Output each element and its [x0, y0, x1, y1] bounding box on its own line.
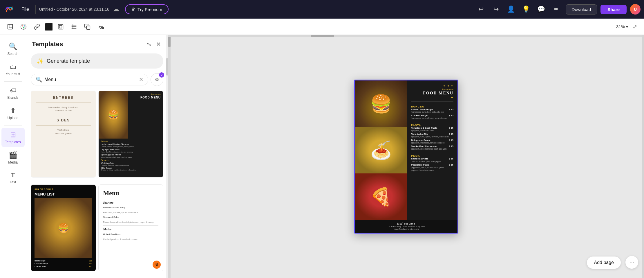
template-card-beige[interactable]: ENTREES Mozzarella, cherry tomatoes,bals… — [31, 91, 96, 177]
canvas-area: ✦ ✦ ✦ Restaurant FOOD MENU ✦ BURGER Clas… — [168, 35, 644, 278]
add-page-button[interactable]: Add page — [587, 257, 621, 269]
svg-text:A文: A文 — [101, 26, 104, 29]
canvas-document: ✦ ✦ ✦ Restaurant FOOD MENU ✦ BURGER Clas… — [354, 80, 458, 234]
resize-button[interactable]: ⤢ — [630, 22, 639, 32]
your-stuff-icon: 🗂 — [10, 63, 17, 71]
fmc-menu-title: FOOD MENU — [411, 91, 453, 96]
panel-scrollbar[interactable] — [166, 35, 168, 278]
generate-template-label: Generate template — [47, 58, 90, 64]
sidebar-upload-label: Upload — [7, 116, 18, 120]
canvas-left-scrollbar[interactable] — [168, 35, 171, 278]
tpl3-title: MENU LIST — [35, 192, 92, 197]
canvas-left-thumb — [168, 35, 171, 47]
sidebar-item-text[interactable]: T Text — [1, 168, 25, 187]
fmc-footer: (311) 555-2368 1556 Buckley Lane Kansas … — [355, 220, 457, 233]
download-button[interactable]: Download — [566, 4, 597, 15]
link-tool-button[interactable] — [31, 22, 42, 32]
sidebar-media-label: Media — [8, 160, 18, 164]
sidebar-item-search[interactable]: 🔍 Search — [1, 40, 25, 59]
fmc-pasta-section: PASTA Tomatoes & Basil Pasta spaghetti, … — [411, 123, 453, 151]
fmc-layout: ✦ ✦ ✦ Restaurant FOOD MENU ✦ BURGER Clas… — [355, 80, 457, 220]
right-resize-handle[interactable] — [642, 35, 644, 278]
search-input[interactable] — [44, 77, 137, 82]
frame-tool-button[interactable] — [55, 22, 66, 32]
fmc-website: www.foodmenu.site.com — [359, 228, 453, 230]
fmc-ornament-bottom: ✦ — [411, 96, 453, 100]
upload-icon: ⬆ — [10, 107, 16, 115]
svg-rect-1 — [8, 24, 13, 29]
zoom-control[interactable]: 31% ▾ — [616, 24, 628, 29]
top-navbar: File Untitled - October 20, 2024 at 23.1… — [0, 0, 644, 19]
fill-color-swatch[interactable] — [45, 23, 53, 31]
sidebar-templates-label: Templates — [5, 140, 21, 144]
brands-icon: 🏷 — [10, 87, 16, 94]
svg-point-3 — [22, 25, 23, 26]
sidebar-item-templates[interactable]: ⊞ Templates — [1, 128, 25, 147]
media-icon: 🎬 — [9, 151, 17, 159]
zoom-level-label: 31% — [616, 24, 625, 29]
premium-badge: ♛ — [153, 261, 161, 269]
search-bar: 🔍 ✕ — [31, 74, 148, 85]
fmc-item-classic-burger: Classic Beef Burger homemade buns, beef … — [411, 108, 453, 113]
svg-rect-6 — [58, 24, 63, 29]
file-menu-button[interactable]: File — [19, 5, 32, 14]
sidebar-text-label: Text — [10, 180, 16, 184]
translate-button[interactable]: A文 — [95, 22, 106, 32]
share-button[interactable]: Share — [600, 5, 627, 14]
redo-button[interactable]: ↪ — [490, 3, 502, 15]
burger-photo — [355, 80, 407, 127]
sidebar-item-media[interactable]: 🎬 Media — [1, 148, 25, 167]
crown-icon: ♛ — [131, 7, 135, 12]
panel-scrollbar-thumb — [166, 58, 168, 76]
brand-kit-button[interactable]: ✒ — [551, 3, 562, 15]
sidebar-item-brands[interactable]: 🏷 Brands — [1, 84, 25, 103]
crop-tool-button[interactable] — [5, 22, 16, 32]
panel-title: Templates — [32, 40, 143, 48]
lightbulb-button[interactable]: 💡 — [520, 3, 532, 15]
canvas-top-thumb — [311, 35, 334, 37]
add-user-button[interactable]: 👤 — [505, 3, 517, 15]
canvas-toolbar: A文 31% ▾ ⤢ — [0, 19, 644, 35]
search-icon: 🔍 — [36, 76, 42, 83]
sidebar-search-label: Search — [7, 52, 18, 56]
app-logo[interactable] — [3, 3, 15, 15]
templates-panel: Templates ⤡ ✕ ✨ Generate template 🔍 ✕ ⚙ … — [26, 35, 168, 278]
fmc-burger-title: BURGER — [411, 104, 453, 108]
document-title: Untitled - October 20, 2024 at 23.11.16 — [39, 7, 109, 12]
undo-button[interactable]: ↩ — [475, 3, 487, 15]
text-icon: T — [11, 171, 15, 179]
generate-template-button[interactable]: ✨ Generate template — [31, 53, 163, 69]
more-icon: ··· — [629, 259, 634, 266]
canvas-top-scrollbar[interactable] — [168, 35, 644, 37]
filter-button[interactable]: ⚙ 2 — [151, 73, 163, 86]
copy-style-button[interactable] — [82, 22, 93, 32]
food-menu-design[interactable]: ✦ ✦ ✦ Restaurant FOOD MENU ✦ BURGER Clas… — [354, 80, 458, 234]
fmc-item-tuna-aglio: Tuna Aglio Olio spaghetti, tuna, garlic,… — [411, 133, 453, 138]
fmc-address: 1556 Buckley Lane Kansas City, MO — [359, 225, 453, 228]
fmc-pizza-section: PIZZA California Pizza crushed, ricotta,… — [411, 153, 453, 172]
more-options-button[interactable]: ··· — [625, 256, 638, 269]
search-clear-button[interactable]: ✕ — [139, 76, 143, 83]
comments-button[interactable]: 💬 — [536, 3, 547, 15]
sidebar-item-your-stuff[interactable]: 🗂 Your stuff — [1, 60, 25, 79]
template-card-white-script[interactable]: Menu Starters Wild Mushroom Soup Portobe… — [98, 184, 164, 271]
sidebar-item-upload[interactable]: ⬆ Upload — [1, 104, 25, 123]
generate-icon: ✨ — [37, 58, 44, 64]
sidebar-your-stuff-label: Your stuff — [6, 72, 20, 76]
align-tool-button[interactable] — [68, 22, 79, 32]
template-grid: ENTREES Mozzarella, cherry tomatoes,bals… — [26, 88, 168, 278]
try-premium-button[interactable]: ♛ Try Premium — [125, 4, 169, 14]
tpl4-starters-label: Starters — [103, 201, 159, 204]
user-avatar[interactable]: U — [630, 4, 641, 15]
panel-close-button[interactable]: ✕ — [155, 40, 162, 49]
nav-divider — [35, 5, 36, 14]
panel-expand-button[interactable]: ⤡ — [145, 40, 153, 49]
templates-icon: ⊞ — [10, 131, 16, 139]
template-card-dark-food[interactable]: 🍔 Restaurant FOOD MENU Entrees Herb-crus… — [98, 91, 164, 177]
color-picker-button[interactable] — [18, 22, 29, 32]
fmc-item-carbonara: Smoke Beef Carbonara spaghetti, sliced s… — [411, 145, 453, 150]
template-card-snack-sprint[interactable]: SNACK SPRINT MENU LIST 🍔 Beef Burger $15… — [31, 184, 96, 271]
fmc-photos-column — [355, 80, 407, 220]
cloud-save-icon[interactable]: ☁ — [113, 6, 119, 13]
fmc-ornament-top: ✦ ✦ ✦ — [411, 84, 453, 88]
